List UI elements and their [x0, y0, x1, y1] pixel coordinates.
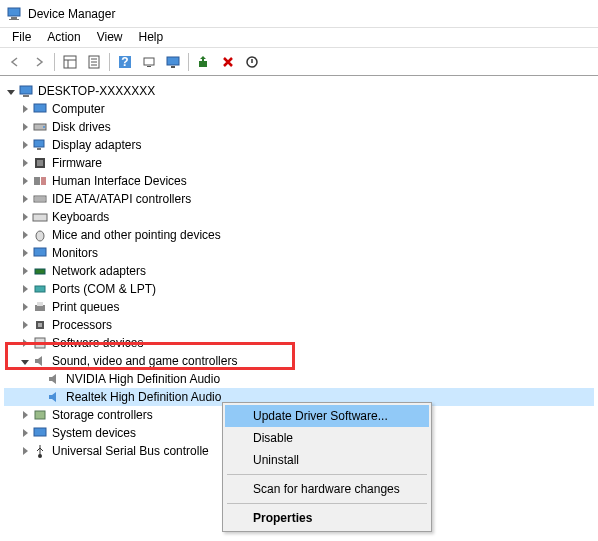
- expand-arrow-icon[interactable]: [18, 231, 32, 239]
- expand-arrow-icon[interactable]: [18, 339, 32, 347]
- context-separator: [227, 474, 427, 475]
- svg-rect-15: [171, 66, 175, 68]
- svg-rect-24: [37, 148, 41, 150]
- tree-item-processors[interactable]: Processors: [4, 316, 594, 334]
- expand-arrow-icon[interactable]: [18, 447, 32, 455]
- ctx-scan[interactable]: Scan for hardware changes: [225, 478, 429, 500]
- expand-arrow-icon[interactable]: [18, 213, 32, 221]
- tree-label: IDE ATA/ATAPI controllers: [52, 192, 191, 206]
- tree-item-sound-nvidia[interactable]: NVIDIA High Definition Audio: [4, 370, 594, 388]
- computer-icon: [32, 101, 48, 117]
- svg-rect-0: [8, 8, 20, 16]
- toolbar-separator: [54, 53, 55, 71]
- tree-item-computer[interactable]: Computer: [4, 100, 594, 118]
- tree-label: Universal Serial Bus controlle: [52, 444, 209, 458]
- svg-rect-34: [34, 248, 46, 256]
- tree-item-ports[interactable]: Ports (COM & LPT): [4, 280, 594, 298]
- svg-text:?: ?: [121, 55, 128, 69]
- svg-rect-43: [34, 428, 46, 436]
- disable-button[interactable]: [241, 51, 263, 73]
- monitor-icon: [32, 245, 48, 261]
- tree-item-sound[interactable]: Sound, video and game controllers: [4, 352, 594, 370]
- expand-arrow-icon[interactable]: [18, 267, 32, 275]
- title-bar: Device Manager: [0, 0, 598, 28]
- tree-item-display-adapters[interactable]: Display adapters: [4, 136, 594, 154]
- tree-label: Keyboards: [52, 210, 109, 224]
- ctx-uninstall[interactable]: Uninstall: [225, 449, 429, 471]
- tree-label: Storage controllers: [52, 408, 153, 422]
- tree-item-software-devices[interactable]: Software devices: [4, 334, 594, 352]
- expand-arrow-icon[interactable]: [18, 105, 32, 113]
- monitor-button[interactable]: [162, 51, 184, 73]
- ctx-disable[interactable]: Disable: [225, 427, 429, 449]
- svg-rect-12: [144, 58, 154, 65]
- svg-rect-28: [41, 177, 46, 185]
- tree-label: Computer: [52, 102, 105, 116]
- svg-rect-2: [9, 19, 19, 20]
- uninstall-button[interactable]: [217, 51, 239, 73]
- svg-rect-38: [37, 302, 43, 306]
- expand-arrow-icon[interactable]: [18, 321, 32, 329]
- tree-label: Ports (COM & LPT): [52, 282, 156, 296]
- show-hide-tree-button[interactable]: [59, 51, 81, 73]
- tree-item-ide[interactable]: IDE ATA/ATAPI controllers: [4, 190, 594, 208]
- ctx-properties[interactable]: Properties: [225, 507, 429, 529]
- tree-item-keyboards[interactable]: Keyboards: [4, 208, 594, 226]
- expand-arrow-icon[interactable]: [18, 159, 32, 167]
- system-icon: [32, 425, 48, 441]
- menu-action[interactable]: Action: [39, 28, 88, 47]
- menu-view[interactable]: View: [89, 28, 131, 47]
- update-driver-button[interactable]: [193, 51, 215, 73]
- speaker-icon: [46, 371, 62, 387]
- tree-item-mice[interactable]: Mice and other pointing devices: [4, 226, 594, 244]
- expand-arrow-icon[interactable]: [18, 303, 32, 311]
- cpu-icon: [32, 317, 48, 333]
- svg-rect-1: [11, 17, 17, 19]
- svg-rect-42: [35, 411, 45, 419]
- menu-help[interactable]: Help: [131, 28, 172, 47]
- tree-label: Network adapters: [52, 264, 146, 278]
- window-title: Device Manager: [28, 7, 115, 21]
- printer-icon: [32, 299, 48, 315]
- svg-rect-36: [35, 286, 45, 292]
- svg-rect-19: [23, 95, 29, 97]
- expand-arrow-icon[interactable]: [18, 359, 32, 364]
- tree-item-monitors[interactable]: Monitors: [4, 244, 594, 262]
- expand-arrow-icon[interactable]: [4, 89, 18, 94]
- expand-arrow-icon[interactable]: [18, 411, 32, 419]
- ctx-update-driver[interactable]: Update Driver Software...: [225, 405, 429, 427]
- expand-arrow-icon[interactable]: [18, 123, 32, 131]
- expand-arrow-icon[interactable]: [18, 285, 32, 293]
- speaker-icon: [46, 389, 62, 405]
- tree-label: Disk drives: [52, 120, 111, 134]
- speaker-icon: [32, 353, 48, 369]
- ide-icon: [32, 191, 48, 207]
- network-icon: [32, 263, 48, 279]
- expand-arrow-icon[interactable]: [18, 141, 32, 149]
- properties-button[interactable]: [83, 51, 105, 73]
- tree-item-print-queues[interactable]: Print queues: [4, 298, 594, 316]
- svg-rect-14: [167, 57, 179, 65]
- tree-item-firmware[interactable]: Firmware: [4, 154, 594, 172]
- svg-rect-13: [147, 66, 151, 67]
- help-button[interactable]: ?: [114, 51, 136, 73]
- toolbar-separator: [109, 53, 110, 71]
- tree-item-disk-drives[interactable]: Disk drives: [4, 118, 594, 136]
- tree-item-network[interactable]: Network adapters: [4, 262, 594, 280]
- back-button[interactable]: [4, 51, 26, 73]
- forward-button[interactable]: [28, 51, 50, 73]
- tree-item-hid[interactable]: Human Interface Devices: [4, 172, 594, 190]
- svg-point-22: [43, 126, 45, 128]
- expand-arrow-icon[interactable]: [18, 429, 32, 437]
- svg-rect-23: [34, 140, 44, 147]
- expand-arrow-icon[interactable]: [18, 195, 32, 203]
- disk-icon: [32, 119, 48, 135]
- expand-arrow-icon[interactable]: [18, 249, 32, 257]
- expand-arrow-icon[interactable]: [18, 177, 32, 185]
- scan-hardware-button[interactable]: [138, 51, 160, 73]
- tree-label: Sound, video and game controllers: [52, 354, 237, 368]
- tree-root[interactable]: DESKTOP-XXXXXXX: [4, 82, 594, 100]
- svg-point-33: [36, 231, 44, 241]
- menu-file[interactable]: File: [4, 28, 39, 47]
- tree-label: Software devices: [52, 336, 143, 350]
